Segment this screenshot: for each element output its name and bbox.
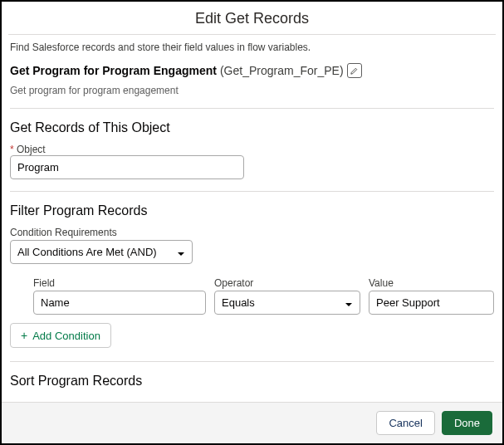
element-name-row: Get Program for Program Engagment (Get_P… (10, 60, 494, 81)
section-object-title: Get Records of This Object (10, 109, 494, 144)
filter-value-label: Value (369, 277, 494, 289)
done-button[interactable]: Done (442, 411, 492, 435)
add-condition-button[interactable]: + Add Condition (10, 323, 111, 348)
condition-row: Field Name Operator Equals Value (10, 277, 494, 315)
plus-icon: + (21, 329, 27, 342)
section-filter-title: Filter Program Records (10, 192, 494, 227)
dialog-body: Find Salesforce records and store their … (2, 37, 502, 402)
edit-name-button[interactable] (347, 63, 362, 78)
filter-field-select[interactable]: Name (33, 291, 206, 315)
element-label: Get Program for Program Engagment (10, 64, 217, 77)
filter-operator-select[interactable]: Equals (214, 291, 360, 315)
filter-field-value: Name (41, 296, 70, 309)
condition-req-select[interactable]: All Conditions Are Met (AND) (10, 240, 193, 264)
chevron-down-icon (345, 299, 353, 307)
object-field-label: Object (10, 144, 494, 155)
element-description: Get program for program engagement (10, 81, 494, 109)
add-condition-label: Add Condition (32, 330, 100, 342)
object-input[interactable] (10, 155, 244, 179)
condition-req-value: All Conditions Are Met (AND) (17, 246, 157, 258)
dialog-title: Edit Get Records (8, 2, 496, 35)
intro-text: Find Salesforce records and store their … (10, 37, 494, 60)
pencil-icon (350, 66, 359, 76)
condition-req-label: Condition Requirements (10, 227, 494, 238)
cancel-button[interactable]: Cancel (376, 411, 434, 435)
element-api-name: (Get_Program_For_PE) (220, 64, 344, 77)
filter-operator-label: Operator (214, 277, 360, 289)
dialog-footer: Cancel Done (2, 402, 502, 443)
section-sort-title: Sort Program Records (10, 362, 494, 397)
chevron-down-icon (177, 248, 185, 257)
filter-field-label: Field (33, 277, 206, 289)
filter-operator-value: Equals (222, 296, 255, 309)
filter-value-input[interactable] (369, 291, 494, 315)
